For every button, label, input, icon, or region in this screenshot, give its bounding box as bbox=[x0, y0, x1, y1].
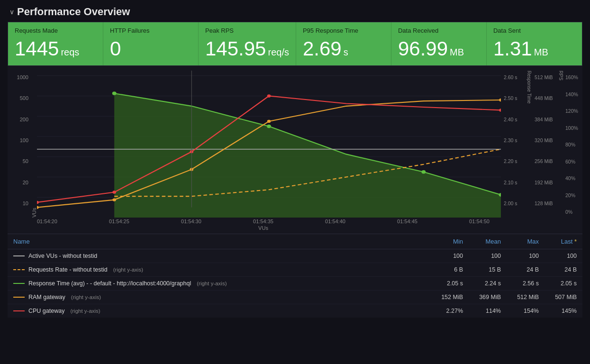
legend-row-active-vus: Active VUs - without testid 100 100 100 … bbox=[8, 249, 582, 263]
legend-line-response-time bbox=[13, 283, 25, 284]
y-axis-left-label: VUs bbox=[31, 71, 37, 218]
y-axis-right-rps: 512 MiB 448 MiB 384 MiB 320 MiB 256 MiB … bbox=[532, 71, 558, 218]
legend-last-requests-rate: 24 B bbox=[539, 266, 577, 273]
y-axis-right-rps-label: RPS bbox=[558, 71, 563, 218]
metric-card-p95-response-time: P95 Response Time 2.69s bbox=[296, 22, 391, 65]
metric-card-requests-made: Requests Made 1445reqs bbox=[8, 22, 103, 65]
metric-value-requests-made: 1445reqs bbox=[15, 39, 96, 59]
y-right1-5: 2.20 s bbox=[504, 158, 517, 164]
svg-point-15 bbox=[112, 198, 116, 201]
page-title: Performance Overview bbox=[17, 6, 130, 18]
x-label-7: 01:54:50 bbox=[469, 218, 490, 224]
legend-mean-response-time: 2.24 s bbox=[463, 280, 501, 287]
y-right2-5: 256 MiB bbox=[535, 158, 553, 164]
legend-last-response-time: 2.05 s bbox=[539, 280, 577, 287]
legend-col-mean: Mean bbox=[463, 238, 501, 245]
y-left-1000: 1000 bbox=[17, 74, 28, 80]
legend-header: Name Min Mean Max Last * bbox=[8, 234, 582, 249]
metrics-row: Requests Made 1445reqs HTTP Failures 0 P… bbox=[8, 22, 582, 66]
svg-point-14 bbox=[37, 206, 39, 209]
legend-text-cpu: CPU gateway bbox=[28, 308, 64, 314]
legend-text-response-time: Response Time (avg) - - default - http:/… bbox=[28, 280, 191, 287]
legend-max-cpu: 154% bbox=[501, 308, 539, 314]
y-axis-right-response: 2.60 s 2.50 s 2.40 s 2.30 s 2.20 s 2.10 … bbox=[501, 71, 526, 218]
metric-value-http-failures: 0 bbox=[110, 39, 191, 59]
legend-max-response-time: 2.56 s bbox=[501, 280, 539, 287]
page-header: ∨ Performance Overview bbox=[0, 0, 590, 22]
metric-card-http-failures: HTTP Failures 0 bbox=[103, 22, 199, 65]
y-right3-9: 0% bbox=[565, 209, 572, 215]
legend-name-response-time: Response Time (avg) - - default - http:/… bbox=[13, 280, 425, 287]
legend-line-active-vus bbox=[13, 255, 25, 256]
y-right2-3: 384 MiB bbox=[535, 117, 553, 122]
y-right2-6: 192 MiB bbox=[535, 180, 553, 185]
metric-label-p95-response-time: P95 Response Time bbox=[303, 27, 384, 34]
y-right2-7: 128 MiB bbox=[535, 200, 553, 206]
y-right3-8: 20% bbox=[565, 192, 575, 198]
y-axis-left: 1000 500 200 100 50 20 10 bbox=[8, 71, 31, 218]
legend-name-ram: RAM gateway (right y-axis) bbox=[13, 294, 425, 300]
x-axis-labels: 01:54:20 01:54:25 01:54:30 01:54:35 01:5… bbox=[37, 218, 490, 225]
legend-name-requests-rate: Requests Rate - without testid (right y-… bbox=[13, 266, 425, 273]
y-right3-4: 100% bbox=[565, 125, 578, 131]
x-label-6: 01:54:45 bbox=[397, 218, 418, 224]
metric-label-data-sent: Data Sent bbox=[493, 27, 575, 34]
legend-col-name: Name bbox=[13, 238, 425, 245]
metric-value-data-received: 96.99MB bbox=[398, 39, 480, 59]
y-right1-3: 2.40 s bbox=[504, 117, 517, 122]
chevron-icon[interactable]: ∨ bbox=[9, 8, 14, 16]
svg-point-17 bbox=[267, 120, 271, 123]
x-label-1: 01:54:20 bbox=[37, 218, 57, 224]
y-right3-3: 120% bbox=[565, 108, 578, 114]
legend-row-response-time: Response Time (avg) - - default - http:/… bbox=[8, 277, 582, 291]
legend-suffix-ram: (right y-axis) bbox=[71, 294, 101, 300]
metric-unit-peak-rps: req/s bbox=[268, 47, 289, 57]
metric-unit-p95-response-time: s bbox=[344, 47, 348, 57]
y-right1-6: 2.10 s bbox=[504, 180, 517, 185]
legend-min-active-vus: 100 bbox=[425, 253, 463, 259]
metric-value-data-sent: 1.31MB bbox=[493, 39, 575, 59]
y-right1-4: 2.30 s bbox=[504, 137, 517, 143]
legend-mean-ram: 369 MiB bbox=[463, 294, 501, 300]
legend-last-active-vus: 100 bbox=[539, 253, 577, 259]
legend-line-cpu bbox=[13, 310, 25, 311]
svg-point-10 bbox=[267, 125, 271, 128]
legend-suffix-response-time: (right y-axis) bbox=[197, 281, 227, 286]
y-left-100: 100 bbox=[20, 137, 28, 143]
x-label-3: 01:54:30 bbox=[181, 218, 201, 224]
legend-col-max: Max bbox=[501, 238, 539, 245]
legend-max-ram: 512 MiB bbox=[501, 294, 539, 300]
svg-point-22 bbox=[267, 94, 271, 97]
y-right3-5: 80% bbox=[565, 142, 575, 147]
legend-line-ram bbox=[13, 297, 25, 298]
legend-suffix-cpu: (right y-axis) bbox=[70, 308, 100, 314]
metric-card-data-received: Data Received 96.99MB bbox=[391, 22, 487, 65]
metric-card-peak-rps: Peak RPS 145.95req/s bbox=[199, 22, 296, 65]
legend-row-requests-rate: Requests Rate - without testid (right y-… bbox=[8, 263, 582, 277]
svg-point-9 bbox=[112, 91, 117, 95]
legend-row-ram: RAM gateway (right y-axis) 152 MiB 369 M… bbox=[8, 291, 582, 304]
y-axis-right-response-label: Response Time bbox=[526, 71, 532, 218]
legend-text-requests-rate: Requests Rate - without testid bbox=[28, 266, 108, 273]
metric-value-peak-rps: 145.95req/s bbox=[205, 39, 289, 59]
legend-mean-cpu: 114% bbox=[463, 308, 501, 314]
x-label-4: 01:54:35 bbox=[253, 218, 273, 224]
legend-line-requests-rate bbox=[13, 269, 25, 270]
legend-text-ram: RAM gateway bbox=[28, 294, 65, 300]
y-right1-1: 2.60 s bbox=[504, 74, 517, 80]
y-right3-2: 140% bbox=[565, 91, 578, 97]
legend-name-active-vus: Active VUs - without testid bbox=[13, 253, 425, 259]
legend-row-cpu: CPU gateway (right y-axis) 2.27% 114% 15… bbox=[8, 304, 582, 318]
y-left-50: 50 bbox=[23, 158, 28, 164]
y-right3-1: 160% bbox=[565, 74, 578, 80]
y-right3-7: 40% bbox=[565, 175, 575, 181]
metric-unit-requests-made: reqs bbox=[61, 47, 79, 57]
y-left-200: 200 bbox=[20, 117, 28, 122]
legend-text-active-vus: Active VUs - without testid bbox=[28, 253, 97, 259]
legend-suffix-requests-rate: (right y-axis) bbox=[113, 267, 143, 273]
y-right3-6: 60% bbox=[565, 159, 575, 164]
metric-unit-data-sent: MB bbox=[534, 47, 548, 57]
legend-max-requests-rate: 24 B bbox=[501, 266, 539, 273]
y-right1-2: 2.50 s bbox=[504, 95, 517, 101]
y-right2-1: 512 MiB bbox=[535, 74, 553, 80]
